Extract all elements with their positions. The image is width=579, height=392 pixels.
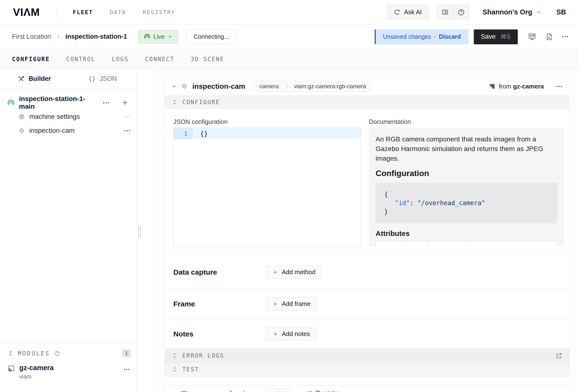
viam-app: VIΛM FLEET DATA REGISTRY Ask AI — [0, 0, 579, 392]
sidebar-resize-handle[interactable] — [138, 226, 141, 238]
item-menu-icon[interactable]: ••• — [124, 128, 131, 133]
module-card-title: gz-camera by viam — [192, 390, 255, 392]
module-icon — [489, 83, 495, 89]
nav-registry[interactable]: REGISTRY — [143, 9, 175, 15]
connecting-button[interactable]: Connecting... — [186, 30, 236, 44]
expand-icon — [172, 353, 177, 359]
json-braces-icon: {} — [88, 75, 96, 82]
configure-section-bar[interactable]: CONFIGURE — [165, 95, 569, 109]
error-logs-label: ERROR LOGS — [182, 352, 224, 359]
component-menu-icon[interactable]: ••• — [556, 84, 563, 89]
module-name: gz-camera — [19, 364, 119, 372]
breadcrumb-location[interactable]: First Location — [12, 33, 51, 40]
save-shortcut: ⌘S — [500, 33, 510, 40]
save-button[interactable]: Save ⌘S — [474, 29, 518, 44]
part-menu-icon[interactable]: ••• — [103, 100, 110, 105]
add-frame-button[interactable]: Add frame — [266, 298, 317, 311]
modules-title: MODULES — [18, 350, 50, 357]
chevron-down-icon[interactable] — [171, 83, 177, 89]
editor-line: 1 {} — [174, 128, 361, 139]
tab-logs[interactable]: LOGS — [112, 56, 129, 63]
tab-control[interactable]: CONTROL — [66, 56, 95, 63]
gear-icon — [18, 113, 25, 120]
json-config-editor[interactable]: 1 {} — [173, 128, 361, 246]
item-menu-icon[interactable]: ••• — [124, 114, 131, 119]
frame-section: Frame Add frame — [165, 288, 569, 319]
error-logs-bar[interactable]: ERROR LOGS — [165, 348, 569, 362]
modules-header[interactable]: MODULES 1 — [8, 349, 131, 357]
tree-item-label: inspection-cam — [29, 127, 74, 134]
machine-status-dropdown[interactable]: Live — [138, 30, 178, 44]
top-nav: VIΛM FLEET DATA REGISTRY Ask AI — [0, 0, 579, 24]
nav-data[interactable]: DATA — [110, 9, 126, 15]
modules-help-icon[interactable] — [54, 350, 60, 356]
docs-button[interactable] — [437, 5, 453, 20]
tree-root-machine[interactable]: inspection-station-1-main ••• — [7, 96, 131, 110]
module-menu-icon[interactable]: ••• — [124, 367, 131, 372]
module-org: viam — [19, 373, 119, 380]
ask-ai-button[interactable]: Ask AI — [386, 5, 429, 20]
expand-icon — [172, 367, 177, 372]
component-diamond-icon — [181, 83, 188, 90]
machine-part-icon — [7, 99, 15, 107]
tree-item-machine-settings[interactable]: machine settings ••• — [7, 110, 131, 124]
component-name: inspection-cam — [192, 82, 245, 90]
component-type-tags: camera viam:gz-camera:rgb-camera — [253, 81, 372, 92]
help-button-group — [437, 4, 469, 20]
doc-code-block: { "id": "/overhead_camera" } — [376, 183, 557, 223]
documentation-panel[interactable]: An RGB camera component that reads image… — [369, 128, 564, 246]
module-list-item[interactable]: gz-camera viam ••• — [8, 364, 131, 380]
external-link-icon[interactable] — [556, 352, 562, 359]
component-model-tag: viam:gz-camera:rgb-camera — [288, 83, 372, 90]
sidebar-gutter — [137, 69, 152, 392]
report-file-icon[interactable] — [545, 33, 553, 41]
data-capture-section: Data capture Add method — [165, 256, 569, 288]
notes-label: Notes — [173, 330, 266, 338]
chevron-down-icon — [168, 34, 172, 39]
primary-nav: FLEET DATA REGISTRY — [73, 9, 175, 15]
builder-tools-icon — [17, 75, 25, 82]
config-sidebar: Builder {} JSON inspection — [0, 69, 137, 392]
plus-icon — [272, 331, 278, 337]
chevron-down-icon[interactable] — [171, 391, 177, 392]
attributes-table — [376, 241, 557, 246]
nav-fleet[interactable]: FLEET — [73, 9, 93, 15]
monitor-icon[interactable] — [528, 32, 536, 41]
module-card: gz-camera by viam module Registry — [165, 386, 569, 392]
json-label: JSON — [100, 75, 117, 82]
ask-ai-label: Ask AI — [404, 8, 422, 16]
machine-part-name: inspection-station-1-main — [19, 95, 94, 110]
tab-connect[interactable]: CONNECT — [145, 56, 174, 63]
unsaved-changes-label: Unsaved changes — [383, 33, 431, 40]
user-avatar[interactable]: SB — [556, 8, 566, 16]
add-notes-button[interactable]: Add notes — [266, 327, 317, 340]
registry-link[interactable]: Registry — [307, 390, 340, 392]
from-module-info: from gz-camera — [489, 83, 544, 90]
viam-logo[interactable]: VIΛM — [13, 6, 40, 18]
component-card-header: inspection-cam camera viam:gz-camera:rgb… — [165, 77, 569, 95]
component-tree: inspection-station-1-main ••• — [0, 88, 137, 138]
component-type-tag: camera — [254, 83, 285, 90]
test-bar[interactable]: TEST — [165, 362, 569, 376]
json-view-tab[interactable]: {} JSON — [69, 69, 137, 88]
org-switcher[interactable]: Shannon's Org — [483, 8, 541, 16]
tab-3d-scene[interactable]: 3D SCENE — [191, 56, 224, 63]
machine-bar-icons: ••• — [528, 32, 569, 41]
from-module-label: from gz-camera — [499, 83, 544, 90]
add-component-icon[interactable] — [121, 99, 129, 106]
plus-icon — [272, 301, 278, 307]
module-icon — [8, 365, 15, 372]
unsaved-separator: · — [434, 33, 436, 40]
documentation-label: Documentation — [369, 118, 411, 126]
builder-view-tab[interactable]: Builder — [0, 69, 69, 88]
discard-link[interactable]: Discard — [439, 33, 461, 40]
more-actions-icon[interactable]: ••• — [562, 34, 569, 39]
component-card: inspection-cam camera viam:gz-camera:rgb… — [165, 77, 569, 376]
tree-item-label: machine settings — [29, 113, 80, 120]
help-button[interactable] — [453, 5, 469, 20]
add-method-button[interactable]: Add method — [266, 266, 322, 279]
tree-item-inspection-cam[interactable]: inspection-cam ••• — [7, 124, 131, 138]
tab-configure[interactable]: CONFIGURE — [12, 56, 50, 63]
editor-line-content: {} — [193, 128, 361, 139]
configure-section-label: CONFIGURE — [182, 99, 220, 106]
